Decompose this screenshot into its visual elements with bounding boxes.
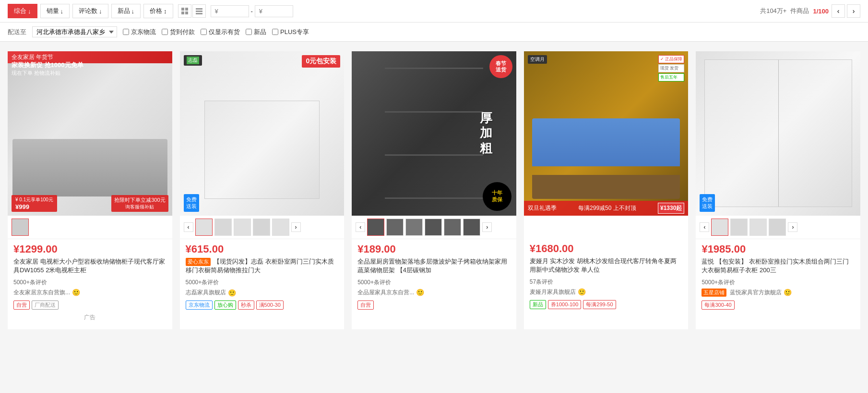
- thumb-next-5[interactable]: ›: [788, 222, 797, 232]
- filter-in-stock[interactable]: 仅显示有货: [201, 28, 240, 36]
- filter-jd-logistics[interactable]: 京东物流: [123, 28, 156, 36]
- product-image-1[interactable]: 全友家居 年货节 家装换新促 抢1000元免单 现在下单 抢物流补贴 ¥ 0.1…: [8, 51, 172, 216]
- sort-comprehensive-icon: ↓: [28, 8, 31, 15]
- spring-badge-3: 春节 送货: [489, 55, 512, 78]
- filter-new-checkbox[interactable]: [246, 29, 252, 35]
- tag-discount-2: 满500-30: [256, 301, 284, 310]
- total-info: 共104万+ 件商品 1/100: [760, 7, 829, 15]
- product-thumbnails-3: ‹ ›: [352, 216, 516, 239]
- product-thumb-3-6[interactable]: [463, 219, 480, 236]
- filter-cod[interactable]: 货到付款: [162, 28, 195, 36]
- sort-reviews[interactable]: 评论数 ↓: [72, 4, 108, 18]
- filter-new[interactable]: 新品: [246, 28, 266, 36]
- product-card-1[interactable]: 全友家居 年货节 家装换新促 抢1000元免单 现在下单 抢物流补贴 ¥ 0.1…: [8, 51, 172, 329]
- shop-emoji-2: 🙂: [228, 289, 236, 297]
- product-title-5: 蓝悦 【包安装】 衣柜卧室推拉门实木质组合两门三门大衣橱简易框子衣柜 200三: [696, 257, 860, 277]
- product-shop-1: 全友家居京东自营旗... 🙂: [8, 288, 172, 299]
- sort-new[interactable]: 新品 ↓: [111, 4, 141, 18]
- promo-overlay-1: 抢限时下单立减300元 询客服领补贴: [111, 195, 168, 212]
- product-shop-name-2: 志磊家具旗舰店: [186, 289, 226, 297]
- product-thumb-2-1[interactable]: [195, 219, 213, 236]
- product-thumb-3-1[interactable]: [367, 219, 384, 236]
- filter-in-stock-checkbox[interactable]: [201, 29, 207, 35]
- filter-bar: 配送至 河北承德市承德县八家乡 京东物流 货到付款 仅显示有货 新品 PLUS专…: [0, 23, 868, 42]
- product-tags-5: 每满300-40: [696, 299, 860, 312]
- sort-reviews-icon: ↓: [99, 8, 102, 15]
- sort-comprehensive[interactable]: 综合 ↓: [8, 4, 37, 18]
- product-thumb-3-4[interactable]: [425, 219, 442, 236]
- sort-sales[interactable]: 销量 ↓: [40, 4, 70, 18]
- price-from-input[interactable]: [211, 5, 249, 17]
- price-overlay-1: ¥ 0.1元享单100元 ¥999: [12, 195, 57, 212]
- shop-emoji-3: 🙂: [416, 289, 424, 296]
- grid-view-button[interactable]: [178, 4, 191, 18]
- product-shop-name-1: 全友家居京东自营旗...: [13, 289, 70, 297]
- thumb-next-2[interactable]: ›: [291, 222, 301, 232]
- product-thumb-3-2[interactable]: [386, 219, 404, 236]
- product-thumb-1-1[interactable]: [12, 219, 29, 236]
- sort-sales-icon: ↓: [60, 8, 64, 15]
- filter-plus-checkbox[interactable]: [272, 29, 278, 35]
- product-image-4[interactable]: 空调月 ✓ 正品保障 现货 发货 售后五年 双旦礼遇季 每满299减50 上不封…: [524, 51, 689, 216]
- list-view-button[interactable]: [192, 4, 206, 18]
- shop-emoji-5: 🙂: [784, 289, 792, 296]
- filter-in-stock-label: 仅显示有货: [209, 28, 240, 36]
- product-title-1: 全友家居 电视柜大小户型岩板收纳储物柜子现代客厅家具DW1055 2米电视柜主柜: [8, 257, 172, 277]
- product-thumb-5-1[interactable]: [711, 219, 728, 236]
- products-area: 全友家居 年货节 家装换新促 抢1000元免单 现在下单 抢物流补贴 ¥ 0.1…: [0, 42, 868, 339]
- prev-page-button[interactable]: ‹: [832, 4, 845, 18]
- product-card-5[interactable]: 免费送装 ‹ › ¥1985.00 蓝悦 【包安装】 衣柜卧室推拉门实木质组合两…: [696, 51, 860, 329]
- product-shop-name-3: 全品屋家具京东自营...: [357, 289, 414, 297]
- product-card-2[interactable]: 志磊 0元包安装 免费送装 ‹ › ¥615.00 爱心东东 【现货闪发】: [180, 51, 345, 329]
- total-count: 共104万+: [760, 7, 786, 15]
- brand-badge-2: 志磊: [184, 55, 202, 66]
- toolbar: 综合 ↓ 销量 ↓ 评论数 ↓ 新品 ↓ 价格 ↕ - 共104万+ 件商品 1…: [0, 0, 868, 23]
- sort-price[interactable]: 价格 ↕: [143, 4, 173, 18]
- thumb-prev-2[interactable]: ‹: [184, 222, 193, 232]
- product-card-4[interactable]: 空调月 ✓ 正品保障 现货 发货 售后五年 双旦礼遇季 每满299减50 上不封…: [524, 51, 689, 329]
- svg-rect-2: [181, 12, 184, 14]
- product-thumb-5-3[interactable]: [749, 219, 767, 236]
- delivery-select[interactable]: 河北承德市承德县八家乡: [32, 26, 117, 37]
- product-reviews-4: 57条评价: [524, 277, 689, 287]
- product-reviews-2: 5000+条评价: [180, 277, 345, 288]
- product-card-3[interactable]: 春节 送货 厚加粗 十年质保 ‹: [352, 51, 516, 329]
- tag-self-operated-1: 自营: [13, 301, 30, 310]
- thumb-next-3[interactable]: ›: [482, 222, 492, 232]
- product-thumb-3-3[interactable]: [405, 219, 423, 236]
- product-image-5[interactable]: 免费送装: [696, 51, 860, 216]
- product-price-1: ¥1299.00: [8, 239, 172, 257]
- store-badge-2: 爱心东东: [186, 258, 211, 266]
- thumb-prev-3[interactable]: ‹: [356, 222, 365, 232]
- tag-manufacturer-delivery-1: 厂商配送: [32, 301, 59, 310]
- product-thumb-2-2[interactable]: [214, 219, 232, 236]
- next-page-button[interactable]: ›: [847, 4, 860, 18]
- filter-jd-logistics-label: 京东物流: [131, 28, 156, 36]
- promo-text-1: 家装换新促 抢1000元免单 现在下单 抢物流补贴: [12, 61, 83, 77]
- sort-price-icon: ↕: [164, 8, 167, 15]
- product-tags-1: 自营 厂商配送: [8, 299, 172, 312]
- filter-plus[interactable]: PLUS专享: [272, 28, 309, 36]
- product-thumb-5-4[interactable]: [769, 219, 786, 236]
- promo-bar-4: 双旦礼遇季 每满299减50 上不封顶 ¥1330起: [524, 201, 689, 216]
- product-thumb-2-4[interactable]: [253, 219, 270, 236]
- price-to-input[interactable]: [255, 5, 293, 17]
- thumb-prev-5[interactable]: ‹: [700, 222, 709, 232]
- five-star-badge-5: 五星店铺: [702, 289, 726, 297]
- product-thumb-2-5[interactable]: [272, 219, 289, 236]
- product-thumbnails-1: [8, 216, 172, 239]
- product-thumb-2-3[interactable]: [234, 219, 251, 236]
- page-navigation: ‹ ›: [832, 4, 860, 18]
- filter-cod-checkbox[interactable]: [162, 29, 168, 35]
- free-install-badge-5: 免费送装: [700, 194, 715, 212]
- product-thumb-5-2[interactable]: [730, 219, 748, 236]
- quality-badge-3: 十年质保: [483, 182, 511, 211]
- product-tags-2: 京东物流 放心购 秒杀 满500-30: [180, 299, 345, 312]
- filter-plus-label: PLUS专享: [280, 28, 309, 36]
- product-image-3[interactable]: 春节 送货 厚加粗 十年质保: [352, 51, 516, 216]
- filter-jd-logistics-checkbox[interactable]: [123, 29, 129, 35]
- total-unit: 件商品: [790, 7, 809, 15]
- product-no-thumbnails-4: [524, 216, 689, 239]
- product-thumb-3-5[interactable]: [444, 219, 461, 236]
- product-image-2[interactable]: 志磊 0元包安装 免费送装: [180, 51, 345, 216]
